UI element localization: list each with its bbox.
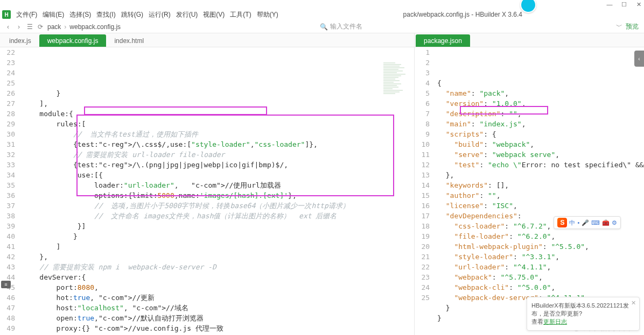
nav-forward-icon[interactable]: › xyxy=(15,23,23,31)
loop-icon[interactable]: ⟳ xyxy=(37,23,44,31)
breadcrumb-file[interactable]: webpack.config.js xyxy=(69,23,121,31)
left-code[interactable]: } ], module:{ rules:[ // 当文件名test通过，使用如下… xyxy=(20,47,414,335)
menu-view[interactable]: 视图(V) xyxy=(201,9,227,20)
notif-prefix: 查看 xyxy=(531,318,543,325)
window-title: pack/webpack.config.js - HBuilder X 3.6.… xyxy=(282,11,644,18)
toolbar: ‹ › ☰ ⟳ pack › webpack.config.js 🔍 输入文件名… xyxy=(0,20,644,33)
menu-edit[interactable]: 编辑(E) xyxy=(40,9,66,20)
minimize-icon[interactable]: — xyxy=(606,1,613,8)
side-panel-toggle[interactable]: ‹ xyxy=(634,51,644,67)
menu-goto[interactable]: 跳转(G) xyxy=(119,9,145,20)
ime-logo-icon: S xyxy=(557,218,567,227)
ime-lang-icon[interactable]: 中 xyxy=(569,219,575,227)
explorer-icon[interactable]: ☰ xyxy=(26,23,33,31)
ime-mic-icon[interactable]: 🎤 xyxy=(582,219,589,226)
right-editor[interactable]: 1234567891011121314151617181920212223242… xyxy=(415,47,644,335)
ime-toolbar[interactable]: S 中 • 🎤 ⌨ 🧰 ⚙ xyxy=(554,216,621,229)
tab-webpack-config[interactable]: webpack.config.js xyxy=(39,34,107,47)
toolbar-dropdown-icon[interactable]: ﹀ xyxy=(616,22,622,31)
breadcrumb-sep: › xyxy=(64,23,66,31)
menu-help[interactable]: 帮助(Y) xyxy=(255,9,281,20)
tab-package-json[interactable]: package.json xyxy=(416,34,470,47)
fold-toggle-icon[interactable]: ≡ xyxy=(1,281,11,288)
minimap[interactable] xyxy=(383,62,413,127)
update-notification: ✕ HBuilderX有新版本3.6.5.20221121发布，是否立即更新? … xyxy=(527,297,640,331)
breadcrumb-folder[interactable]: pack xyxy=(47,23,61,31)
left-gutter: 2223242526272829303132333435363738394041… xyxy=(0,47,20,335)
titlebar: — ☐ ✕ xyxy=(0,0,644,9)
maximize-icon[interactable]: ☐ xyxy=(621,1,627,8)
notif-changelog-link[interactable]: 更新日志 xyxy=(543,318,567,325)
menu-select[interactable]: 选择(S) xyxy=(67,9,93,20)
menu-find[interactable]: 查找(I) xyxy=(94,9,117,20)
preview-button[interactable]: 预览 xyxy=(626,22,639,31)
notif-close-icon[interactable]: ✕ xyxy=(631,300,636,307)
ime-punct-icon[interactable]: • xyxy=(577,219,579,226)
right-gutter: 1234567891011121314151617181920212223242… xyxy=(415,47,435,335)
close-icon[interactable]: ✕ xyxy=(635,1,642,8)
tab-index-js[interactable]: index.js xyxy=(1,34,39,47)
ime-settings-icon[interactable]: ⚙ xyxy=(612,219,617,226)
file-search[interactable]: 🔍 输入文件名 xyxy=(320,22,417,31)
ime-keyboard-icon[interactable]: ⌨ xyxy=(591,219,600,226)
right-tabs: package.json xyxy=(415,33,644,47)
menu-run[interactable]: 运行(R) xyxy=(146,9,173,20)
menu-publish[interactable]: 发行(U) xyxy=(174,9,200,20)
notif-text: HBuilderX有新版本3.6.5.20221121发布，是否立即更新? xyxy=(531,302,635,318)
search-placeholder: 输入文件名 xyxy=(330,22,362,31)
search-icon: 🔍 xyxy=(320,23,328,31)
menu-tools[interactable]: 工具(T) xyxy=(228,9,253,20)
left-tabs: index.js webpack.config.js index.html xyxy=(0,33,414,47)
app-logo-icon: H xyxy=(2,10,11,19)
right-code[interactable]: { "name": "pack", "version": "1.0.0", "d… xyxy=(435,47,644,335)
menubar: H 文件(F) 编辑(E) 选择(S) 查找(I) 跳转(G) 运行(R) 发行… xyxy=(0,9,644,20)
menu-file[interactable]: 文件(F) xyxy=(14,9,39,20)
left-editor[interactable]: 2223242526272829303132333435363738394041… xyxy=(0,47,414,335)
nav-back-icon[interactable]: ‹ xyxy=(4,23,12,31)
tab-index-html[interactable]: index.html xyxy=(106,34,152,47)
ime-tool-icon[interactable]: 🧰 xyxy=(602,219,610,226)
